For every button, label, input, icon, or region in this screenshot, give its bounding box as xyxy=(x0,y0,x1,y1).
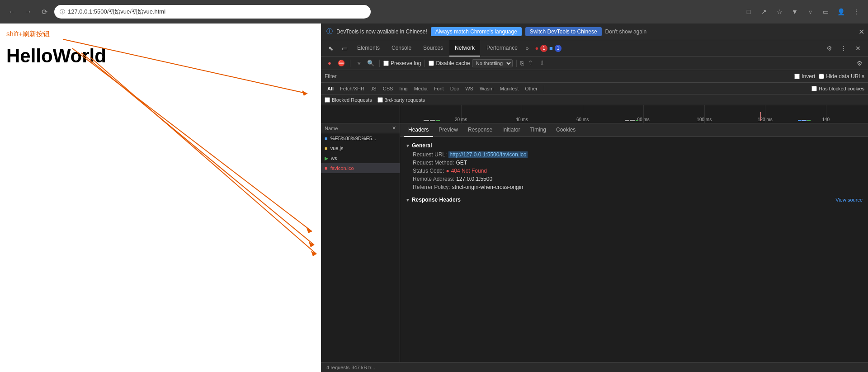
banner-close-button[interactable]: ✕ xyxy=(859,28,864,36)
blocked-cookies-checkbox[interactable] xyxy=(811,86,817,91)
name-column-header: Name xyxy=(325,126,338,131)
more-options-button[interactable]: ⋮ xyxy=(837,42,850,55)
type-js[interactable]: JS xyxy=(368,85,379,92)
request-method-value: GET xyxy=(456,160,467,166)
inspect-icon-button[interactable]: ⬉ xyxy=(325,42,337,55)
type-ws[interactable]: WS xyxy=(462,85,476,92)
tab-performance[interactable]: Performance xyxy=(481,40,523,57)
timeline-bar-2c xyxy=(636,120,638,121)
match-language-button[interactable]: Always match Chrome's language xyxy=(431,27,522,36)
disable-cache-label[interactable]: Disable cache xyxy=(429,60,470,66)
blocked-requests-checkbox[interactable] xyxy=(325,97,330,103)
hide-data-checkbox[interactable] xyxy=(819,74,824,79)
menu-button[interactable]: ⋮ xyxy=(850,5,863,18)
throttle-select[interactable]: No throttling xyxy=(472,59,513,67)
extensions-button[interactable]: ▿ xyxy=(804,5,816,18)
reload-button[interactable]: ⟳ xyxy=(38,5,51,18)
remote-address-key: Remote Address: xyxy=(413,176,454,182)
details-tabs-bar: Headers Preview Response Initiator Timin… xyxy=(400,123,868,137)
extra-filters-bar: Blocked Requests 3rd-party requests xyxy=(321,94,868,105)
invert-label[interactable]: Invert xyxy=(794,73,815,80)
view-source-button[interactable]: View source xyxy=(835,197,863,202)
js-icon: ■ xyxy=(325,146,328,151)
request-url-value: http://127.0.0.1:5500/favicon.ico xyxy=(448,151,527,158)
third-party-label[interactable]: 3rd-party requests xyxy=(377,97,425,103)
share-button[interactable]: ↗ xyxy=(758,5,770,18)
timeline-bar-1a xyxy=(424,120,429,121)
cast-button[interactable]: □ xyxy=(742,5,755,18)
request-item-favicon[interactable]: ■ favicon.ico xyxy=(321,163,400,173)
type-font[interactable]: Font xyxy=(431,85,447,92)
type-media[interactable]: Media xyxy=(411,85,430,92)
request-url-key: Request URL: xyxy=(413,151,447,158)
disable-cache-checkbox[interactable] xyxy=(429,61,434,66)
type-manifest[interactable]: Manifest xyxy=(497,85,522,92)
status-code-value: 404 Not Found xyxy=(451,168,487,174)
referrer-policy-row: Referrer Policy: strict-origin-when-cros… xyxy=(406,183,863,191)
details-tab-cookies[interactable]: Cookies xyxy=(552,123,580,137)
request-item-ws[interactable]: ▶ ws xyxy=(321,153,400,163)
clear-button[interactable]: ⛔ xyxy=(336,58,346,68)
request-item-vuejs[interactable]: ■ vue.js xyxy=(321,143,400,153)
record-button[interactable]: ● xyxy=(325,58,335,68)
hide-data-label[interactable]: Hide data URLs xyxy=(819,73,864,80)
tab-network[interactable]: Network xyxy=(449,40,480,57)
device-icon-button[interactable]: ▭ xyxy=(338,42,351,55)
browser-chrome: ← → ⟳ ⓘ 127.0.0.1:5500/初始vue/初始vue.html … xyxy=(0,0,868,24)
download-button[interactable]: ⇩ xyxy=(538,58,547,68)
back-button[interactable]: ← xyxy=(5,5,18,18)
svg-marker-1 xyxy=(302,90,307,96)
blocked-cookies-label[interactable]: Has blocked cookies xyxy=(811,86,864,91)
status-code-key: Status Code: xyxy=(413,168,444,174)
type-wasm[interactable]: Wasm xyxy=(477,85,496,92)
network-settings-button[interactable]: ⚙ xyxy=(854,58,864,68)
details-tab-timing[interactable]: Timing xyxy=(525,123,551,137)
forward-button[interactable]: → xyxy=(22,5,34,18)
blocked-requests-label[interactable]: Blocked Requests xyxy=(325,97,372,103)
type-css[interactable]: CSS xyxy=(380,85,396,92)
transfer-size: 347 kB tr... xyxy=(351,365,375,370)
request-count: 4 requests xyxy=(326,365,349,370)
timeline-header: 20 ms 40 ms 60 ms 80 ms 100 ms 120 ms 14… xyxy=(321,105,868,123)
address-bar[interactable]: ⓘ 127.0.0.1:5500/初始vue/初始vue.html xyxy=(54,5,371,19)
preserve-log-checkbox[interactable] xyxy=(383,61,389,66)
lock-icon: ⓘ xyxy=(60,8,65,16)
type-all[interactable]: All xyxy=(325,85,336,92)
timeline-bar-4-group xyxy=(798,120,811,121)
type-other[interactable]: Other xyxy=(522,85,540,92)
toolbar-sep3 xyxy=(425,60,425,67)
more-tabs-button[interactable]: » xyxy=(524,45,531,52)
dont-show-button[interactable]: Don't show again xyxy=(605,28,647,35)
tab-console[interactable]: Console xyxy=(386,40,417,57)
response-headers-section-header[interactable]: ▼ Response Headers View source xyxy=(406,195,863,205)
invert-checkbox[interactable] xyxy=(794,74,800,79)
details-tab-preview[interactable]: Preview xyxy=(434,123,462,137)
third-party-checkbox[interactable] xyxy=(377,97,383,103)
details-tab-response[interactable]: Response xyxy=(463,123,497,137)
upload-button[interactable]: ⇧ xyxy=(526,58,536,68)
svg-marker-7 xyxy=(311,251,316,256)
tab-sources[interactable]: Sources xyxy=(418,40,448,57)
details-tab-initiator[interactable]: Initiator xyxy=(498,123,524,137)
svg-marker-3 xyxy=(307,228,312,233)
type-fetch-xhr[interactable]: Fetch/XHR xyxy=(337,85,367,92)
preserve-log-label[interactable]: Preserve log xyxy=(383,60,421,66)
type-doc[interactable]: Doc xyxy=(448,85,462,92)
settings-tab-button[interactable]: ⚙ xyxy=(823,42,835,55)
general-section-header[interactable]: ▼ General xyxy=(406,141,863,151)
tab-strip-button[interactable]: ▭ xyxy=(819,5,832,18)
type-img[interactable]: Img xyxy=(396,85,410,92)
close-devtools-button[interactable]: ✕ xyxy=(852,42,864,55)
network-toolbar: ● ⛔ ▿ 🔍 Preserve log Disable cache No th… xyxy=(321,57,868,70)
bookmark-button[interactable]: ☆ xyxy=(773,5,786,18)
search-button[interactable]: 🔍 xyxy=(366,58,376,68)
dropdown-button[interactable]: ▼ xyxy=(788,5,801,18)
network-content: Name ✕ ■ %E5%88%9D%E5... ■ vue.js ▶ ws ■ xyxy=(321,123,868,362)
tab-elements[interactable]: Elements xyxy=(352,40,385,57)
filter-icon-button[interactable]: ▿ xyxy=(354,58,364,68)
switch-chinese-button[interactable]: Switch DevTools to Chinese xyxy=(525,27,602,36)
request-item-doc[interactable]: ■ %E5%88%9D%E5... xyxy=(321,133,400,143)
close-request-panel-button[interactable]: ✕ xyxy=(392,125,396,131)
details-tab-headers[interactable]: Headers xyxy=(404,123,433,137)
profile-button[interactable]: 👤 xyxy=(835,5,847,18)
